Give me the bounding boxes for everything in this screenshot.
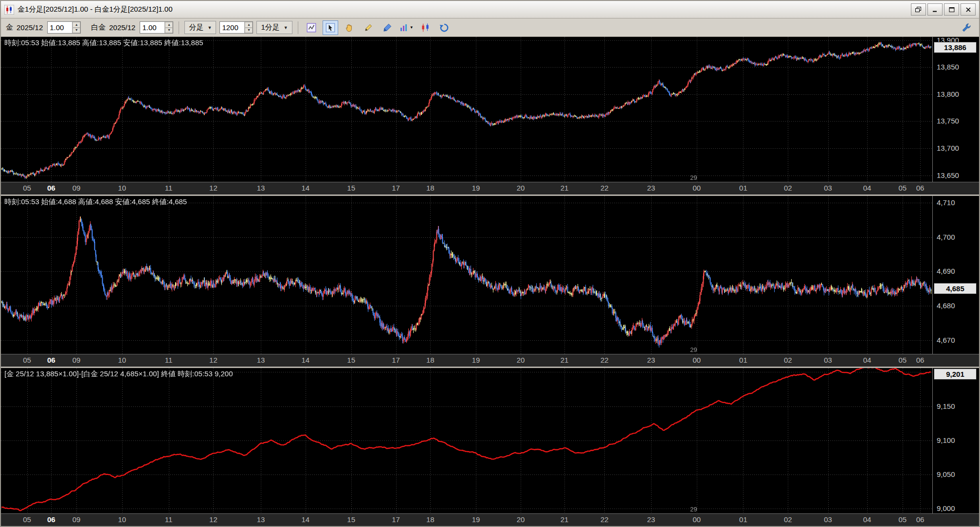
x-axis-label: 19 xyxy=(472,515,480,524)
spread-x-axis: 0506091011121314151718192021222300010203… xyxy=(1,514,932,526)
dropdown-arrow-icon: ▼ xyxy=(284,25,288,30)
toolbar-separator xyxy=(298,21,298,34)
chart-type-button[interactable] xyxy=(417,20,433,35)
x-axis-label: 02 xyxy=(784,515,792,524)
platinum-plot-area[interactable]: 時刻:05:53 始値:4,688 高値:4,688 安値:4,685 終値:4… xyxy=(1,196,932,354)
x-axis-label: 11 xyxy=(165,184,173,192)
spread-chart-panel: [金 25/12 13,885×1.00]-[白金 25/12 4,685×1.… xyxy=(1,367,979,526)
y-axis-tick: 4,690 xyxy=(937,267,955,275)
platinum-chart-canvas[interactable] xyxy=(1,196,932,354)
x-axis-label: 18 xyxy=(426,356,435,364)
maximize-icon xyxy=(949,7,955,13)
x-axis-label: 22 xyxy=(600,515,609,524)
x-axis-label: 17 xyxy=(392,356,400,364)
maximize-window-button[interactable] xyxy=(944,3,959,16)
y-axis-tick: 13,850 xyxy=(937,63,959,71)
axis-corner xyxy=(932,514,979,526)
x-axis-label: 00 xyxy=(692,515,701,524)
x-axis-label: 06 xyxy=(916,515,925,524)
cursor-arrow-icon xyxy=(325,22,336,33)
bar-count-input[interactable] xyxy=(220,22,244,33)
x-axis-label: 13 xyxy=(257,184,265,192)
x-axis-label: 20 xyxy=(517,515,525,524)
brush-icon xyxy=(382,22,393,33)
x-axis-label: 17 xyxy=(392,515,400,524)
bar-count-down-button[interactable]: ▼ xyxy=(245,28,253,34)
bar-type-label: 分足 xyxy=(189,23,203,32)
spinner-up-icon: ▲ xyxy=(247,23,251,26)
gold-plot-area[interactable]: 時刻:05:53 始値:13,885 高値:13,885 安値:13,885 終… xyxy=(1,37,932,182)
gold-chart-canvas[interactable] xyxy=(1,37,932,182)
gold-multiplier-input[interactable] xyxy=(48,22,72,33)
gold-multiplier-up-button[interactable]: ▲ xyxy=(73,22,80,28)
x-axis-label: 05 xyxy=(23,515,31,524)
app-candle-icon xyxy=(4,5,14,15)
close-window-button[interactable] xyxy=(961,3,976,16)
spread-y-axis: 9,201 9,0009,0509,1009,1509,200 xyxy=(932,368,979,513)
x-axis-label: 23 xyxy=(647,184,655,192)
interval-dropdown[interactable]: 1分足 ▼ xyxy=(256,21,292,34)
y-axis-tick: 13,650 xyxy=(937,171,959,179)
y-axis-tick: 4,680 xyxy=(937,301,955,310)
settings-wrench-button[interactable] xyxy=(959,20,974,35)
y-axis-tick: 13,800 xyxy=(937,90,959,98)
gold-month-field[interactable]: 2025/12 xyxy=(17,23,43,32)
gold-y-axis: 13,886 13,65013,70013,75013,80013,85013,… xyxy=(932,37,979,182)
minimize-window-button[interactable] xyxy=(927,3,943,16)
x-axis-label: 15 xyxy=(347,184,355,192)
x-axis-label: 03 xyxy=(824,515,832,524)
x-axis-label: 12 xyxy=(209,356,218,364)
interval-label: 1分足 xyxy=(261,23,279,32)
platinum-multiplier-down-button[interactable]: ▼ xyxy=(165,28,173,34)
hand-tool-button[interactable] xyxy=(342,20,357,35)
platinum-multiplier-spinner: ▲ ▼ xyxy=(140,21,173,34)
platinum-x-axis: 0506091011121314151718192021222300010203… xyxy=(1,354,932,367)
x-axis-label: 06 xyxy=(916,356,925,364)
platinum-price-badge: 4,685 xyxy=(934,283,977,294)
x-axis-label: 13 xyxy=(257,515,265,524)
select-tool-button[interactable] xyxy=(323,20,338,35)
restore-window-button[interactable] xyxy=(911,3,926,16)
gold-ohlc-readout: 時刻:05:53 始値:13,885 高値:13,885 安値:13,885 終… xyxy=(4,38,203,48)
x-axis-label: 01 xyxy=(739,515,747,524)
candlestick-chart-icon xyxy=(420,22,431,33)
draw-line-button[interactable] xyxy=(361,20,376,35)
x-axis-label: 04 xyxy=(863,515,871,524)
x-axis-label: 11 xyxy=(165,515,173,524)
y-axis-tick: 13,700 xyxy=(937,144,959,152)
brush-tool-button[interactable] xyxy=(380,20,395,35)
x-axis-label: 20 xyxy=(517,184,525,192)
close-icon xyxy=(965,7,971,13)
spread-formula-readout: [金 25/12 13,885×1.00]-[白金 25/12 4,685×1.… xyxy=(4,369,233,379)
x-axis-label: 22 xyxy=(600,356,609,364)
refresh-button[interactable] xyxy=(436,20,452,35)
spinner-down-icon: ▼ xyxy=(167,28,171,32)
y-axis-tick: 9,000 xyxy=(937,504,955,512)
x-axis-label: 05 xyxy=(898,515,907,524)
date-change-label: 29 xyxy=(690,506,697,513)
platinum-x-axis-row: 0506091011121314151718192021222300010203… xyxy=(1,354,979,367)
date-change-label: 29 xyxy=(690,346,697,353)
platinum-month-field[interactable]: 2025/12 xyxy=(109,23,135,32)
spread-plot-area[interactable]: [金 25/12 13,885×1.00]-[白金 25/12 4,685×1.… xyxy=(1,368,932,513)
platinum-multiplier-up-button[interactable]: ▲ xyxy=(165,22,173,28)
x-axis-label: 10 xyxy=(118,184,126,192)
restore-icon xyxy=(915,7,922,13)
bar-type-dropdown[interactable]: 分足 ▼ xyxy=(184,21,216,34)
kline-settings-button[interactable] xyxy=(304,20,319,35)
x-axis-label: 14 xyxy=(302,356,310,364)
gold-multiplier-down-button[interactable]: ▼ xyxy=(73,28,80,34)
x-axis-label: 20 xyxy=(517,356,525,364)
bar-chart-icon xyxy=(399,22,409,33)
indicator-dropdown-button[interactable]: ▼ xyxy=(399,20,414,35)
bar-count-up-button[interactable]: ▲ xyxy=(245,22,253,28)
y-axis-tick: 9,150 xyxy=(937,402,955,410)
titlebar[interactable]: 金1分足[2025/12]1.00 - 白金1分足[2025/12]1.00 xyxy=(1,1,979,18)
x-axis-label: 05 xyxy=(23,356,31,364)
spread-chart-canvas[interactable] xyxy=(1,368,932,513)
minimize-icon xyxy=(932,7,938,13)
toolbar-separator xyxy=(179,21,179,34)
platinum-multiplier-input[interactable] xyxy=(140,22,164,33)
dropdown-arrow-icon: ▼ xyxy=(410,25,414,30)
x-axis-label: 01 xyxy=(739,356,747,364)
